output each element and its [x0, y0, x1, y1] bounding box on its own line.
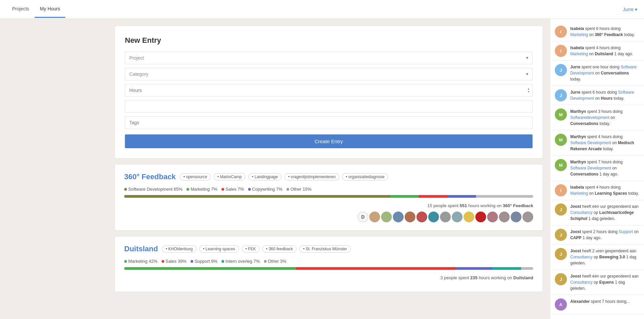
- avatar-9: [464, 212, 474, 222]
- seg-d-sales: [296, 267, 455, 270]
- feed-item-11: J Joost heeft één uur gespendeerd aan Co…: [550, 270, 644, 295]
- avatar-3: [393, 212, 404, 222]
- create-entry-button[interactable]: Create Entry: [125, 134, 533, 148]
- feed-text-10: Joost heeft 2 uren gespendeerd aan Consu…: [570, 248, 639, 266]
- left-sidebar: [0, 19, 114, 319]
- legend-d-support-label: Support 9%: [195, 259, 217, 264]
- avatar-13: [511, 212, 521, 222]
- hours-wrapper: ▲ ▼: [125, 84, 533, 97]
- avatars-feedback: D: [124, 212, 533, 222]
- center-content: New Entry Project ▼ Category ▼ ▲ ▼: [114, 19, 550, 319]
- new-entry-card: New Entry Project ▼ Category ▼ ▲ ▼: [114, 26, 543, 159]
- feed-avatar-1: I: [555, 45, 567, 57]
- feed-link-8[interactable]: Consultancy: [570, 210, 592, 215]
- feed-item-6: M Marthyn spent 7 hours doing Software D…: [550, 156, 644, 181]
- avatar-letter-d: D: [361, 214, 365, 220]
- nav-projects[interactable]: Projects: [7, 1, 35, 18]
- feed-link-1[interactable]: Marketing: [570, 52, 588, 56]
- tag-360feedback[interactable]: 360 feedback: [262, 245, 297, 253]
- legend-marketing-label: Marketing 7%: [191, 187, 217, 192]
- legend-d-other-label: Other 3%: [268, 259, 286, 264]
- seg-other: [476, 195, 533, 198]
- top-nav: Projects My Hours Jurre ▾: [0, 0, 644, 19]
- feed-text-5: Marthyn spent 4 hours doing Software Dev…: [570, 134, 639, 152]
- tag-vragenlijst[interactable]: vragenlijstimplementeren: [284, 173, 339, 181]
- avatar-7: [440, 212, 451, 222]
- feed-text-8: Joost heeft één uur gespendeerd aan Cons…: [570, 203, 639, 222]
- legend-sw-dev-label: Software Development 65%: [128, 187, 182, 192]
- nav-user[interactable]: Jurre ▾: [623, 7, 637, 12]
- legend-copywriting-label: Copywriting 7%: [252, 187, 282, 192]
- seg-d-other: [521, 267, 533, 270]
- progress-bar-duitsland: [124, 267, 533, 270]
- legend-d-sales-label: Sales 39%: [166, 259, 187, 264]
- dot-d-sales: [162, 260, 164, 263]
- dot-copywriting: [248, 188, 251, 191]
- main-layout: New Entry Project ▼ Category ▼ ▲ ▼: [0, 19, 644, 319]
- tag-matrixcamp[interactable]: MatrixCamp: [214, 173, 245, 181]
- feed-text-7: Isabela spent 4 hours doing Marketing on…: [570, 184, 639, 196]
- feed-link-7[interactable]: Marketing: [570, 191, 588, 196]
- legend-other-label: Other 15%: [291, 187, 311, 192]
- legend-sales-label: Sales 7%: [226, 187, 244, 192]
- project-title-duitsland[interactable]: Duitsland: [124, 245, 158, 253]
- feed-link-9[interactable]: Support: [619, 229, 633, 234]
- dot-sw-dev: [124, 188, 127, 191]
- date-input[interactable]: 07/08/2014: [125, 100, 533, 113]
- tag-fek[interactable]: FEK: [242, 245, 260, 253]
- feed-avatar-4: M: [555, 108, 567, 121]
- tag-landingpage[interactable]: Landingpage: [248, 173, 282, 181]
- feed-text-2: Jurre spent one hour doing Software Deve…: [570, 64, 639, 82]
- legend-sales: Sales 7%: [222, 187, 244, 192]
- avatar-8: [452, 212, 463, 222]
- project-header-duitsland: Duitsland KHOldenburg Learning spaces FE…: [124, 245, 533, 253]
- legend-d-intern: Intern overleg 7%: [222, 259, 260, 264]
- dot-marketing: [187, 188, 189, 191]
- legend-other: Other 15%: [286, 187, 311, 192]
- feed-avatar-6: M: [555, 159, 567, 171]
- dot-d-intern: [222, 260, 224, 263]
- legend-d-sales: Sales 39%: [162, 259, 187, 264]
- avatar-4: [405, 212, 415, 222]
- nav-links: Projects My Hours: [7, 1, 65, 18]
- feed-item-2: J Jurre spent one hour doing Software De…: [550, 61, 644, 86]
- feed-item-5: M Marthyn spent 4 hours doing Software D…: [550, 130, 644, 156]
- legend-d-intern-label: Intern overleg 7%: [226, 259, 260, 264]
- category-select[interactable]: Category: [125, 68, 533, 81]
- dot-d-other: [264, 260, 267, 263]
- tag-kholdenburg[interactable]: KHOldenburg: [162, 245, 196, 253]
- tag-organisatie[interactable]: organisatiediagnose: [342, 173, 388, 181]
- seg-swdev: [124, 195, 390, 198]
- legend-d-other: Other 3%: [264, 259, 286, 264]
- dot-d-mkt: [124, 260, 127, 263]
- project-tags-feedback: opensource MatrixCamp Landingpage vragen…: [180, 173, 389, 181]
- dot-other: [286, 188, 289, 191]
- project-card-duitsland: Duitsland KHOldenburg Learning spaces FE…: [114, 236, 543, 292]
- feed-text-6: Marthyn spent 7 hours doing Software Dev…: [570, 159, 639, 177]
- feed-link-4[interactable]: Softwaredevelopment: [570, 115, 609, 120]
- tags-input[interactable]: [125, 116, 533, 129]
- feed-text-12: Alexander spent 7 hours doing…: [570, 298, 631, 305]
- feed-link-5[interactable]: Software Development: [570, 140, 611, 145]
- feed-item-12: A Alexander spent 7 hours doing…: [550, 295, 644, 314]
- progress-bar-feedback: [124, 195, 533, 198]
- project-title-feedback[interactable]: 360° Feedback: [124, 172, 176, 181]
- seg-d-mkt: [124, 267, 296, 270]
- avatar-d: D: [358, 212, 368, 222]
- project-select[interactable]: Project: [125, 52, 533, 64]
- project-stats-duitsland: 3 people spent 235 hours working on Duit…: [124, 275, 533, 280]
- tag-franziskus[interactable]: St. Franziskus Münster: [299, 245, 350, 253]
- project-tags-duitsland: KHOldenburg Learning spaces FEK 360 feed…: [162, 245, 352, 253]
- feed-item-8: J Joost heeft één uur gespendeerd aan Co…: [550, 200, 644, 225]
- tag-opensource[interactable]: opensource: [180, 173, 211, 181]
- avatar-10: [475, 212, 486, 222]
- nav-my-hours[interactable]: My Hours: [35, 1, 66, 18]
- feed-link-11[interactable]: Consultancy: [570, 280, 592, 285]
- feed-link-0[interactable]: Marketing: [570, 32, 588, 37]
- feed-link-6[interactable]: Software Development: [570, 166, 611, 170]
- tag-learning-spaces[interactable]: Learning spaces: [199, 245, 239, 253]
- feed-avatar-5: M: [555, 134, 567, 146]
- feed-avatar-2: J: [555, 64, 567, 76]
- feed-link-10[interactable]: Consultancy: [570, 255, 592, 259]
- hours-input[interactable]: [125, 84, 533, 97]
